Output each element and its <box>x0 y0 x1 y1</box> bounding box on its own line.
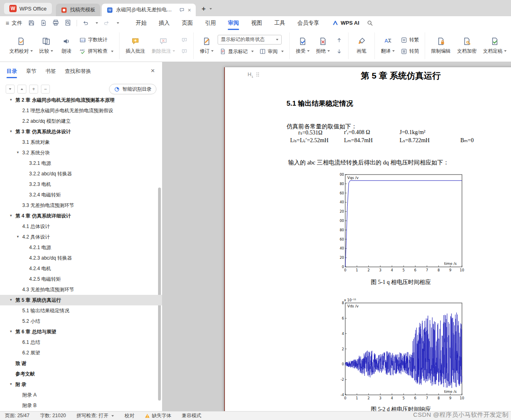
ribbon-translate-button[interactable]: A翻译 <box>378 35 397 57</box>
toc-item[interactable]: ▼附 录 <box>0 379 162 390</box>
proofread-button[interactable]: 校对 <box>124 412 134 419</box>
toc-item[interactable]: 6.1 总结 <box>0 337 162 348</box>
menu-tab-审阅[interactable]: 审阅 <box>222 17 245 29</box>
missing-font-warning[interactable]: 缺失字体 <box>145 412 171 419</box>
print-button[interactable] <box>52 19 59 26</box>
toc-item[interactable]: 4.1 总体设计 <box>0 221 162 232</box>
menu-tab-视图[interactable]: 视图 <box>245 17 268 29</box>
toc-item[interactable]: 致 谢 <box>0 358 162 369</box>
expand-triangle-icon[interactable]: ▼ <box>16 235 19 239</box>
toc-item[interactable]: 3.2.2 abc/dq 转换器 <box>0 168 162 179</box>
expand-all-button[interactable] <box>17 85 26 94</box>
ribbon-comment-next-button[interactable] <box>180 47 188 55</box>
toc-item[interactable]: 6.2 展望 <box>0 348 162 358</box>
undo-caret-icon[interactable] <box>96 22 98 24</box>
ribbon-comment-prev-button[interactable] <box>180 36 188 44</box>
show-markup-select[interactable]: 显示标记的最终状态 <box>218 35 282 45</box>
compat-mode-indicator[interactable]: 兼容模式 <box>182 412 201 419</box>
expand-triangle-icon[interactable]: ▼ <box>9 298 13 302</box>
pane-tab-书签[interactable]: 书签 <box>45 64 56 79</box>
ribbon-comment-add-button[interactable]: 插入批注 <box>123 35 148 57</box>
pane-tab-目录[interactable]: 目录 <box>6 64 17 79</box>
ribbon-compare-button[interactable]: 比较 <box>37 35 56 57</box>
zoom-in-toc-button[interactable]: + <box>29 85 38 94</box>
pane-tab-查找和替换[interactable]: 查找和替换 <box>65 64 91 79</box>
expand-triangle-icon[interactable]: ▼ <box>9 98 13 102</box>
collapse-all-button[interactable] <box>6 85 15 94</box>
toc-item[interactable]: 3.2.1 电源 <box>0 158 162 168</box>
ribbon-reject-button[interactable]: 拒绝 <box>314 35 332 57</box>
toc-item[interactable]: 3.2.3 电机 <box>0 179 162 190</box>
word-count[interactable]: 字数: 21020 <box>40 412 66 419</box>
ribbon-fan-button[interactable]: 转简 <box>399 46 421 56</box>
ribbon-finalize-button[interactable]: 文档定稿 <box>481 35 509 57</box>
menu-tab-工具[interactable]: 工具 <box>268 17 291 29</box>
toc-item[interactable]: 4.2.5 电磁转矩 <box>0 274 162 284</box>
menu-tab-开始[interactable]: 开始 <box>130 17 153 29</box>
wps-home-button[interactable]: W WPS Office <box>4 3 52 14</box>
toc-item[interactable]: 3.3 无差拍电流预测环节 <box>0 200 162 211</box>
save-button[interactable] <box>28 19 35 26</box>
smart-toc-button[interactable]: 智能识别目录 <box>109 84 156 94</box>
menu-tab-页面[interactable]: 页面 <box>176 17 199 29</box>
ribbon-speaker-button[interactable]: 朗读 <box>57 35 76 57</box>
expand-triangle-icon[interactable]: ▼ <box>9 382 13 386</box>
close-pane-icon[interactable]: × <box>151 67 155 75</box>
print-preview-button[interactable] <box>64 19 71 26</box>
toc-item[interactable]: ▼3.2 系统分块 <box>0 147 162 158</box>
document-tab-1[interactable]: W永磁同步电机无差拍电流预测× <box>102 4 196 16</box>
toc-item[interactable]: 2.1 理想永磁同步电机无差拍电流预测假设 <box>0 105 162 116</box>
search-button[interactable] <box>367 20 373 26</box>
export-button[interactable] <box>40 19 47 26</box>
toc-item[interactable]: 2.2 abc/dq 模型的建立 <box>0 116 162 126</box>
ribbon-review-pane-button[interactable]: 审阅 <box>257 47 286 57</box>
expand-triangle-icon[interactable]: ▼ <box>9 330 13 333</box>
toc-item[interactable]: ▼4.2 具体设计 <box>0 232 162 242</box>
menu-tab-引用[interactable]: 引用 <box>199 17 222 29</box>
toc-item[interactable]: 附录 A <box>0 390 162 400</box>
menu-tab-会员专享[interactable]: 会员专享 <box>291 17 325 29</box>
ribbon-brush-button[interactable]: 画笔 <box>352 35 371 57</box>
ribbon-revise-button[interactable]: 修订 <box>197 35 216 57</box>
ribbon-change-next-button[interactable] <box>335 47 343 55</box>
expand-triangle-icon[interactable]: ▼ <box>16 151 19 154</box>
ribbon-show-marks-button[interactable]: 显示标记 <box>218 47 256 57</box>
page-indicator[interactable]: 页面: 25/47 <box>5 412 30 419</box>
toc-item[interactable]: 附录 B <box>0 400 162 411</box>
toc-item[interactable]: 4.2.4 电机 <box>0 263 162 274</box>
toc-item[interactable]: ▼第 6 章 总结与展望 <box>0 326 162 337</box>
ribbon-accept-button[interactable]: 接受 <box>293 35 312 57</box>
toc-item[interactable]: 参考文献 <box>0 369 162 379</box>
toc-item[interactable]: ▼第 5 章 系统仿真运行 <box>0 295 162 305</box>
toc-item[interactable]: 4.2.3 abc/dq 转换器 <box>0 253 162 263</box>
ribbon-num123-button[interactable]: 123字数统计 <box>77 35 115 45</box>
menu-tab-插入[interactable]: 插入 <box>153 17 176 29</box>
comment-bubble-icon[interactable] <box>179 7 185 13</box>
ribbon-jian-button[interactable]: 转繁 <box>399 35 421 45</box>
toc-item[interactable]: 3.2.4 电磁转矩 <box>0 190 162 200</box>
ribbon-change-prev-button[interactable] <box>335 36 343 44</box>
expand-triangle-icon[interactable]: ▼ <box>9 130 13 133</box>
toc-item[interactable]: 5.2 小结 <box>0 316 162 326</box>
toc-item[interactable]: 3.1 系统对象 <box>0 137 162 147</box>
redo-button[interactable] <box>103 20 110 26</box>
document-tab-0[interactable]: 找稿壳模板 <box>56 4 100 16</box>
toc-item[interactable]: ▼第 3 章 仿真系统总体设计 <box>0 126 162 137</box>
toc-item[interactable]: 5.1 输出结果稳定情况 <box>0 305 162 316</box>
redo-caret-icon[interactable] <box>117 22 119 24</box>
ribbon-doc-check-button[interactable]: 文档校对 <box>7 35 35 57</box>
tab-list-caret-icon[interactable] <box>210 8 212 10</box>
new-tab-button[interactable]: + <box>201 5 205 13</box>
ribbon-encrypt-button[interactable]: 文档加密 <box>455 35 479 57</box>
undo-button[interactable] <box>82 20 89 26</box>
ribbon-restrict-button[interactable]: 限制编辑 <box>429 35 453 57</box>
ribbon-comment-del-button[interactable]: 删除批注 <box>149 35 177 57</box>
close-tab-icon[interactable]: × <box>188 7 191 13</box>
expand-triangle-icon[interactable]: ▼ <box>9 214 13 217</box>
toc-item[interactable]: 4.2.1 电源 <box>0 242 162 253</box>
spellcheck-status[interactable]: 拼写检查: 打开 <box>77 412 114 419</box>
file-menu-button[interactable]: ≡ 文件 <box>6 19 22 27</box>
wps-ai-button[interactable]: WPS AI <box>332 19 359 26</box>
zoom-out-toc-button[interactable]: − <box>41 85 50 94</box>
document-page[interactable]: H1 第 5 章 系统仿真运行 5.1 输出结果稳定情况 仿真前各常量的取值如下… <box>224 67 511 411</box>
